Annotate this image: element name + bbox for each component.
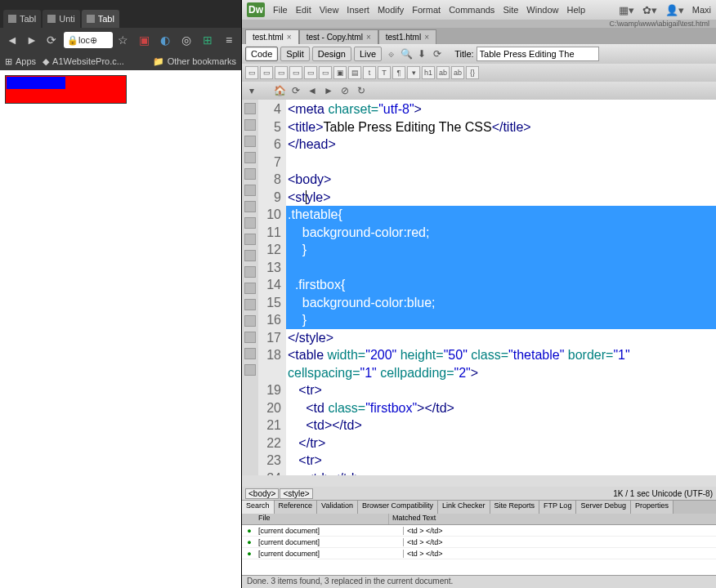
insert-icon[interactable]: ab [436, 66, 450, 79]
live-view-options-icon[interactable]: ⬇ [415, 47, 428, 60]
horizontal-scrollbar[interactable] [242, 475, 716, 487]
code-line[interactable]: </style> [286, 329, 716, 347]
doc-tab[interactable]: test.html× [245, 29, 299, 44]
code-line[interactable]: <tr> [286, 452, 716, 470]
code-line[interactable]: <table width="200" height="50" class="th… [286, 346, 716, 381]
panel-tab[interactable]: Link Checker [438, 501, 490, 514]
stop-icon[interactable]: ⊘ [338, 84, 351, 97]
nav-icon[interactable]: ▾ [245, 84, 258, 97]
ext-icon[interactable]: ◐ [158, 33, 172, 47]
insert-icon[interactable]: ▭ [260, 66, 273, 79]
result-row[interactable]: ●[current document]<td > </td> [242, 537, 716, 548]
result-row[interactable]: ●[current document]<td > </td> [242, 548, 716, 559]
insert-icon[interactable]: ▭ [304, 66, 317, 79]
code-line[interactable]: background-color:blue; [286, 294, 716, 312]
code-line[interactable]: <style> [286, 189, 716, 207]
code-view-button[interactable]: Code [245, 47, 278, 61]
insert-icon[interactable]: ▭ [245, 66, 258, 79]
sidebar-tool-icon[interactable] [244, 168, 256, 180]
menu-window[interactable]: Window [526, 5, 558, 15]
browser-tab[interactable]: Tabl [3, 10, 41, 28]
nav-icon[interactable]: ↻ [355, 84, 368, 97]
split-view-button[interactable]: Split [280, 47, 309, 61]
sidebar-tool-icon[interactable] [244, 299, 256, 310]
panel-tab[interactable]: Server Debug [576, 501, 631, 514]
panel-tab[interactable]: Properties [631, 501, 673, 514]
sidebar-tool-icon[interactable] [244, 119, 256, 131]
panel-tab[interactable]: Site Reports [490, 501, 540, 514]
code-line[interactable]: </head> [286, 136, 716, 154]
code-line[interactable]: } [286, 311, 716, 329]
apps-button[interactable]: ⊞ Apps [5, 56, 36, 67]
code-line[interactable]: <td class="firstbox"></td> [286, 399, 716, 417]
close-icon[interactable]: × [366, 33, 371, 42]
home-icon[interactable]: 🏠 [273, 84, 286, 97]
menu-icon[interactable]: ≡ [222, 33, 236, 47]
insert-icon[interactable]: ▤ [348, 66, 361, 79]
insert-icon[interactable]: ▭ [289, 66, 302, 79]
close-icon[interactable]: × [287, 33, 292, 42]
col-file[interactable]: File [242, 514, 389, 524]
menu-insert[interactable]: Insert [347, 5, 369, 15]
sidebar-tool-icon[interactable] [244, 136, 256, 147]
sidebar-tool-icon[interactable] [244, 185, 256, 196]
forward-button[interactable]: ► [25, 33, 39, 47]
sidebar-tool-icon[interactable] [244, 364, 256, 376]
menu-format[interactable]: Format [412, 5, 441, 15]
insert-icon[interactable]: ¶ [392, 66, 405, 79]
insert-icon[interactable]: T [378, 66, 391, 79]
menu-file[interactable]: File [273, 5, 288, 15]
sidebar-tool-icon[interactable] [244, 234, 256, 245]
inspect-icon[interactable]: 🔍 [400, 47, 413, 60]
ext-icon[interactable]: ⊞ [200, 33, 215, 47]
reload-button[interactable]: ⟳ [44, 33, 59, 47]
sidebar-tool-icon[interactable] [244, 250, 256, 261]
result-row[interactable]: ●[current document]<td > </td> [242, 525, 716, 537]
code-line[interactable]: <tr> [286, 381, 716, 399]
browser-tab[interactable]: Tabl [82, 10, 119, 28]
code-line[interactable]: <meta charset="utf-8"> [286, 100, 716, 118]
address-bar[interactable]: 🔒 loc ⊕ [64, 32, 113, 48]
title-input[interactable] [477, 47, 599, 61]
refresh-icon[interactable]: ⟳ [289, 84, 302, 97]
code-line[interactable] [286, 154, 716, 172]
sidebar-tool-icon[interactable] [244, 152, 256, 163]
code-line[interactable]: <td></td> [286, 416, 716, 434]
other-bookmarks[interactable]: 📁 Other bookmarks [153, 56, 236, 67]
insert-icon[interactable]: ▣ [333, 66, 347, 79]
insert-icon[interactable]: ab [451, 66, 464, 79]
code-line[interactable]: .thetable{ [286, 206, 716, 224]
sidebar-tool-icon[interactable] [244, 332, 256, 343]
browser-tab[interactable]: Unti [43, 10, 80, 28]
back-button[interactable]: ◄ [5, 33, 20, 47]
bookmark-star-icon[interactable]: ☆ [118, 33, 128, 47]
code-line[interactable]: .firstbox{ [286, 276, 716, 294]
design-view-button[interactable]: Design [312, 47, 351, 61]
panel-tab[interactable]: Browser Compatibility [358, 501, 438, 514]
tag-selector-item[interactable]: <style> [280, 488, 312, 499]
live-code-icon[interactable]: ⟐ [384, 47, 397, 60]
insert-icon[interactable]: {} [466, 66, 479, 79]
insert-icon[interactable]: ▭ [319, 66, 332, 79]
col-matched[interactable]: Matched Text [389, 514, 716, 524]
code-content[interactable]: <meta charset="utf-8"><title>Table Press… [286, 100, 716, 475]
menu-view[interactable]: View [320, 5, 339, 15]
bookmark-item[interactable]: ◆ A1WebsitePro.c... [43, 56, 124, 67]
insert-icon[interactable]: ▾ [407, 66, 420, 79]
sidebar-tool-icon[interactable] [244, 315, 256, 327]
sidebar-tool-icon[interactable] [244, 201, 256, 212]
layout-dropdown-icon[interactable]: ▦▾ [619, 4, 634, 16]
code-line[interactable]: background-color:red; [286, 224, 716, 242]
code-line[interactable]: </tr> [286, 434, 716, 452]
panel-tab[interactable]: FTP Log [539, 501, 576, 514]
code-line[interactable]: } [286, 241, 716, 259]
live-view-button[interactable]: Live [354, 47, 382, 61]
doc-tab[interactable]: test1.html× [378, 29, 436, 44]
code-line[interactable]: <td></td> [286, 470, 716, 476]
ext-icon[interactable]: ▣ [136, 33, 151, 47]
code-line[interactable]: <title>Table Press Editing The CSS</titl… [286, 118, 716, 136]
menu-edit[interactable]: Edit [296, 5, 311, 15]
doc-tab[interactable]: test - Copy.html× [299, 29, 378, 44]
maximize-label[interactable]: Maxi [692, 5, 711, 15]
sidebar-tool-icon[interactable] [244, 266, 256, 278]
